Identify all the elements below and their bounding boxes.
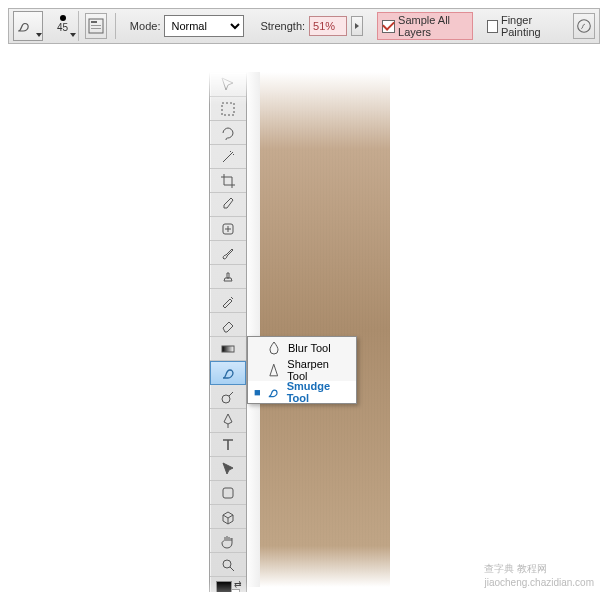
strength-label: Strength: — [260, 20, 305, 32]
panel-icon — [88, 18, 104, 34]
smudge-icon — [14, 16, 34, 36]
healing-brush-tool[interactable] — [210, 217, 246, 241]
mode-select[interactable]: Normal — [164, 15, 244, 37]
flyout-item-label: Sharpen Tool — [287, 358, 350, 382]
eyedropper-tool[interactable] — [210, 193, 246, 217]
clone-stamp-tool[interactable] — [210, 265, 246, 289]
swap-colors-icon[interactable]: ⇄ — [234, 579, 242, 589]
type-tool[interactable] — [210, 433, 246, 457]
chevron-down-icon — [36, 33, 42, 37]
airbrush-icon — [575, 17, 593, 35]
hand-tool[interactable] — [210, 529, 246, 553]
shape-tool[interactable] — [210, 481, 246, 505]
svg-rect-1 — [91, 21, 97, 23]
smudge-icon — [266, 384, 281, 400]
sharpen-icon — [266, 362, 282, 378]
watermark-sub: jiaocheng.chazidian.com — [484, 577, 594, 588]
blur-sharpen-smudge-flyout: Blur Tool Sharpen Tool ■ Smudge Tool — [247, 336, 357, 404]
svg-point-8 — [222, 395, 230, 403]
smudge-tool[interactable] — [210, 361, 246, 385]
eraser-tool[interactable] — [210, 313, 246, 337]
svg-rect-7 — [222, 346, 234, 352]
checkbox-icon — [382, 20, 395, 33]
gradient-tool[interactable] — [210, 337, 246, 361]
sample-all-layers-option[interactable]: Sample All Layers — [377, 12, 473, 40]
flyout-item-label: Blur Tool — [288, 342, 331, 354]
document-canvas[interactable] — [260, 72, 390, 587]
svg-point-4 — [578, 20, 591, 33]
blur-icon — [266, 340, 282, 356]
zoom-tool[interactable] — [210, 553, 246, 577]
airbrush-toggle[interactable] — [573, 13, 595, 39]
flyout-item-blur[interactable]: Blur Tool — [248, 337, 356, 359]
path-selection-tool[interactable] — [210, 457, 246, 481]
checkbox-icon — [487, 20, 498, 33]
watermark: 查字典 教程网 jiaocheng.chazidian.com — [484, 562, 594, 588]
current-marker: ■ — [254, 386, 260, 398]
tool-preset-picker[interactable] — [13, 11, 43, 41]
svg-point-10 — [223, 560, 231, 568]
dodge-tool[interactable] — [210, 385, 246, 409]
brush-panel-toggle[interactable] — [85, 13, 107, 39]
color-swatches[interactable]: ⇄ — [210, 577, 246, 592]
strength-input[interactable] — [309, 16, 347, 36]
history-brush-tool[interactable] — [210, 289, 246, 313]
brush-preset-picker[interactable]: 45 — [49, 11, 79, 41]
canvas-ruler-strip — [246, 72, 260, 587]
flyout-item-smudge[interactable]: ■ Smudge Tool — [248, 381, 356, 403]
svg-rect-2 — [91, 25, 101, 26]
3d-tool[interactable] — [210, 505, 246, 529]
divider — [115, 13, 116, 39]
lasso-tool[interactable] — [210, 121, 246, 145]
move-tool[interactable] — [210, 73, 246, 97]
flyout-item-label: Smudge Tool — [287, 380, 350, 404]
mode-label: Mode: — [130, 20, 161, 32]
brush-size-value: 45 — [57, 22, 68, 33]
magic-wand-tool[interactable] — [210, 145, 246, 169]
foreground-color-swatch[interactable] — [216, 581, 232, 592]
svg-rect-3 — [91, 28, 101, 29]
pen-tool[interactable] — [210, 409, 246, 433]
options-bar: 45 Mode: Normal Strength: Sample All Lay… — [8, 8, 600, 44]
brush-dot-icon — [60, 15, 66, 21]
flyout-item-sharpen[interactable]: Sharpen Tool — [248, 359, 356, 381]
tools-palette: ⇄ — [209, 72, 247, 592]
watermark-main: 查字典 教程网 — [484, 563, 547, 574]
svg-rect-5 — [222, 103, 234, 115]
brush-tool[interactable] — [210, 241, 246, 265]
crop-tool[interactable] — [210, 169, 246, 193]
chevron-down-icon — [70, 33, 76, 37]
svg-rect-9 — [223, 488, 233, 498]
finger-painting-option[interactable]: Finger Painting — [487, 14, 561, 38]
strength-flyout[interactable] — [351, 16, 363, 36]
sample-all-layers-label: Sample All Layers — [398, 14, 468, 38]
finger-painting-label: Finger Painting — [501, 14, 561, 38]
marquee-tool[interactable] — [210, 97, 246, 121]
arrow-right-icon — [354, 22, 360, 30]
